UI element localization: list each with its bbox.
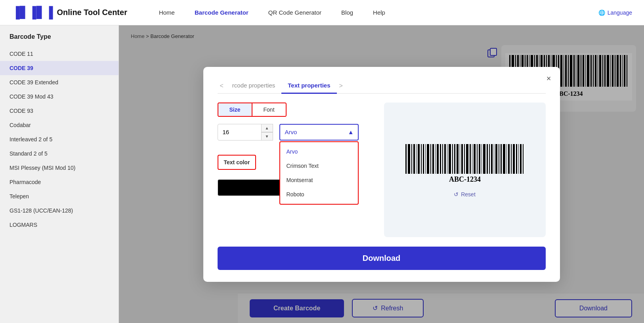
modal: × < rcode properties Text properties > S… [203,67,560,282]
font-option-montserrat[interactable]: Montserrat [280,173,358,187]
reset-button[interactable]: ↺ Reset [454,191,476,198]
sidebar-item-code39[interactable]: CODE 39 [0,61,118,75]
svg-rect-101 [520,144,522,174]
nav-barcode-generator[interactable]: Barcode Generator [195,9,248,16]
modal-overlay: × < rcode properties Text properties > S… [119,25,644,323]
sidebar-item-code93[interactable]: CODE 93 [0,104,118,118]
modal-tabs: < rcode properties Text properties > [218,79,546,94]
nav-qr-code-generator[interactable]: QR Code Generator [268,9,321,16]
sidebar-item-codabar[interactable]: Codabar [0,118,118,132]
size-decrement-button[interactable]: ▼ [261,132,273,141]
logo: ▐▋▐▋▐ Online Tool Center [12,6,127,19]
svg-rect-98 [513,144,515,174]
svg-rect-84 [479,144,480,174]
svg-rect-65 [432,144,434,174]
svg-rect-63 [427,144,429,174]
svg-rect-73 [452,144,453,174]
content-area: Home > Barcode Generator [119,25,644,323]
font-selected-label: Arvo [285,129,297,135]
svg-rect-55 [408,144,410,174]
font-option-crimson[interactable]: Crimson Text [280,159,358,173]
nav-help[interactable]: Help [373,9,385,16]
svg-rect-72 [449,144,451,174]
sidebar-item-telepen[interactable]: Telepen [0,189,118,203]
text-color-section: Text color [218,155,256,170]
font-tab[interactable]: Font [252,103,286,116]
tab-barcode-properties[interactable]: rcode properties [226,79,281,94]
font-option-roboto[interactable]: Roboto [280,187,358,201]
sidebar-item-gs1-128[interactable]: GS1-128 (UCC/EAN-128) [0,203,118,218]
property-tabs: Size Font [218,103,287,117]
size-increment-button[interactable]: ▲ [261,124,273,132]
svg-rect-93 [501,144,502,174]
svg-rect-97 [511,144,512,174]
svg-rect-69 [442,144,443,174]
svg-rect-59 [418,144,420,174]
sidebar-item-code11[interactable]: CODE 11 [0,47,118,61]
svg-rect-91 [495,144,497,174]
svg-rect-76 [460,144,460,174]
nav-home[interactable]: Home [159,9,175,16]
reset-label: Reset [461,191,476,198]
prev-tab-arrow[interactable]: < [218,82,226,89]
svg-text:ABC-1234: ABC-1234 [449,175,481,183]
svg-rect-92 [499,144,499,174]
next-tab-arrow[interactable]: > [337,82,345,89]
logo-text: Online Tool Center [57,8,127,17]
svg-rect-58 [416,144,417,174]
modal-body: Size Font ▲ ▼ [218,103,546,237]
svg-rect-80 [470,144,471,174]
svg-rect-68 [440,144,441,174]
sidebar-item-code39mod43[interactable]: CODE 39 Mod 43 [0,89,118,104]
tab-text-properties[interactable]: Text properties [281,79,336,94]
modal-right-panel: ABC-1234 ↺ Reset [384,103,546,237]
svg-rect-60 [421,144,422,174]
svg-rect-99 [516,144,517,174]
font-dropdown-trigger[interactable]: Arvo ▲ [279,124,359,141]
svg-rect-62 [425,144,426,174]
font-dropdown-wrap: Arvo ▲ Arvo Crimson Text Montserrat Robo… [279,124,359,141]
nav-blog[interactable]: Blog [341,9,353,16]
main-nav: Home Barcode Generator QR Code Generator… [159,9,598,16]
svg-rect-71 [447,144,447,174]
svg-rect-100 [518,144,519,174]
svg-rect-83 [477,144,478,174]
reset-icon: ↺ [454,191,459,198]
svg-rect-57 [413,144,415,174]
svg-rect-74 [454,144,455,174]
font-option-arvo[interactable]: Arvo [280,144,358,159]
globe-icon: 🌐 [598,10,605,16]
language-selector[interactable]: 🌐 Language [598,10,632,16]
modal-close-button[interactable]: × [547,74,551,83]
svg-rect-54 [405,144,407,174]
sidebar: Barcode Type CODE 11 CODE 39 CODE 39 Ext… [0,25,119,323]
svg-rect-81 [472,144,472,174]
size-stepper: ▲ ▼ [261,124,273,141]
svg-rect-86 [483,144,485,174]
font-dropdown-list: Arvo Crimson Text Montserrat Roboto [279,141,359,205]
svg-rect-90 [494,144,494,174]
svg-rect-87 [487,144,488,174]
sidebar-item-msi[interactable]: MSI Plessey (MSI Mod 10) [0,161,118,175]
svg-rect-102 [523,144,524,174]
svg-rect-82 [474,144,476,174]
chevron-up-icon: ▲ [348,129,354,135]
svg-rect-94 [503,144,505,174]
sidebar-item-pharmacode[interactable]: Pharmacode [0,175,118,189]
language-label: Language [608,10,632,16]
svg-rect-78 [464,144,465,174]
svg-rect-88 [489,144,490,174]
sidebar-title: Barcode Type [0,33,118,47]
color-swatch[interactable] [218,179,289,196]
modal-download-button[interactable]: Download [218,247,546,270]
sidebar-item-standard2of5[interactable]: Standard 2 of 5 [0,146,118,161]
svg-rect-79 [466,144,468,174]
svg-rect-85 [482,144,482,174]
svg-rect-89 [491,144,493,174]
sidebar-item-interleaved[interactable]: Interleaved 2 of 5 [0,132,118,146]
sidebar-item-code39ext[interactable]: CODE 39 Extended [0,75,118,89]
size-tab[interactable]: Size [218,103,252,116]
svg-rect-61 [423,144,424,174]
sidebar-item-logmars[interactable]: LOGMARS [0,218,118,232]
svg-rect-66 [435,144,436,174]
